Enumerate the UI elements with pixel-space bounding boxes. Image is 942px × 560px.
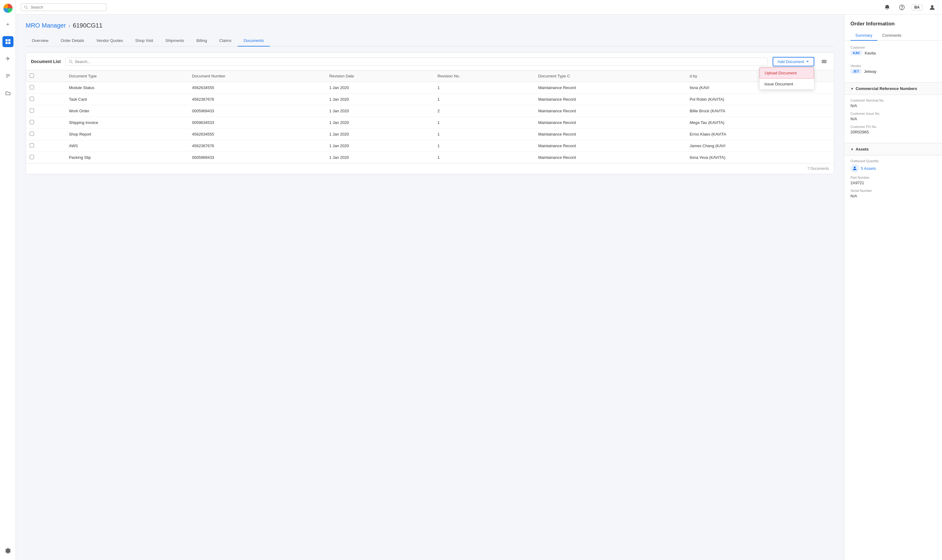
svg-rect-15 — [822, 61, 826, 62]
add-document-button[interactable]: Add Document — [772, 57, 814, 66]
commercial-ref-title: Commercial Reference Numbers — [856, 86, 917, 91]
tab-overview[interactable]: Overview — [26, 35, 54, 46]
settings-nav-icon[interactable] — [2, 545, 14, 556]
panel-tab-comments[interactable]: Comments — [877, 31, 907, 41]
user-profile-icon[interactable] — [927, 2, 937, 12]
commercial-ref-chevron: ▼ — [850, 87, 854, 91]
tab-billing[interactable]: Billing — [190, 35, 213, 46]
row-rev-no: 1 — [434, 94, 535, 105]
customer-info: KAV Kavita — [850, 51, 936, 55]
svg-rect-2 — [6, 42, 8, 44]
add-document-btn-wrapper: Add Document Upload Document Issue Docum… — [772, 57, 814, 66]
row-checkbox[interactable] — [30, 132, 34, 136]
issue-document-option[interactable]: Issue Document — [760, 78, 814, 89]
document-search-box[interactable] — [66, 57, 768, 66]
row-rev-date: 1 Jan 2020 — [325, 94, 434, 105]
svg-rect-16 — [822, 62, 826, 63]
grid-view-button[interactable] — [819, 57, 829, 66]
search-input[interactable] — [31, 5, 103, 9]
search-icon — [24, 5, 28, 9]
user-initials: BA — [914, 5, 920, 9]
row-rev-date: 1 Jan 2020 — [325, 152, 434, 163]
row-doc-number: 4562367676 — [188, 140, 325, 152]
row-by: James Chang (KAVI — [686, 140, 834, 152]
row-doc-number: 0005969433 — [188, 152, 325, 163]
row-checkbox[interactable] — [30, 120, 34, 124]
doc-search-icon — [69, 60, 73, 64]
row-doc-type-c: Maintainance Record — [534, 94, 686, 105]
commercial-ref-content: Customer Nominal No. N/A Customer Issue … — [844, 98, 942, 143]
table-row: Packing Slip 0005969433 1 Jan 2020 1 Mai… — [26, 152, 834, 163]
tab-shop-visit[interactable]: Shop Visit — [129, 35, 159, 46]
upload-document-option[interactable]: Upload Document — [760, 67, 814, 78]
serial-number-value: N/A — [850, 194, 936, 198]
select-all-checkbox[interactable] — [30, 74, 34, 78]
document-list-container: Document List Add Document — [26, 52, 834, 174]
row-doc-type: Shop Report — [65, 129, 188, 140]
panel-tab-summary[interactable]: Summary — [850, 31, 877, 41]
vendor-section: Vendor JET Jetway — [844, 64, 942, 82]
row-checkbox[interactable] — [30, 97, 34, 101]
dashboard-nav-icon[interactable] — [2, 36, 14, 47]
help-icon[interactable] — [897, 2, 907, 12]
row-doc-number: 0005969433 — [188, 105, 325, 117]
user-avatar-badge[interactable]: BA — [912, 4, 922, 11]
flights-nav-icon[interactable]: ✈ — [2, 53, 14, 64]
doc-search-input[interactable] — [75, 59, 765, 64]
document-count: 7 Documents — [26, 163, 834, 174]
row-doc-type: Shipping Invoice — [65, 117, 188, 129]
vendor-badge: JET — [850, 69, 862, 74]
row-doc-number: 4562634555 — [188, 82, 325, 94]
col-revision-date: Revision Date — [325, 71, 434, 82]
add-nav-icon[interactable]: + — [2, 19, 14, 30]
col-revision-no: Revision No. — [434, 71, 535, 82]
row-checkbox[interactable] — [30, 155, 34, 159]
table-row: Module Status 4562634555 1 Jan 2020 1 Ma… — [26, 82, 834, 94]
notification-icon[interactable] — [882, 2, 892, 12]
customer-po-label: Customer PO No. — [850, 125, 936, 129]
part-number-label: Part Number — [850, 175, 936, 179]
assets-link[interactable]: 5 Assets — [850, 164, 936, 172]
serial-number-label: Serial Number — [850, 189, 936, 192]
svg-rect-14 — [822, 60, 826, 61]
table-row: Work Order 0005969433 1 Jan 2020 2 Maint… — [26, 105, 834, 117]
tools-nav-icon[interactable] — [2, 71, 14, 82]
breadcrumb-parent[interactable]: MRO Manager — [26, 22, 66, 29]
app-logo — [3, 4, 12, 13]
row-rev-no: 1 — [434, 117, 535, 129]
tab-documents[interactable]: Documents — [237, 35, 270, 46]
vendor-name: Jetway — [864, 69, 876, 74]
top-bar: BA — [16, 0, 942, 15]
row-checkbox[interactable] — [30, 143, 34, 148]
svg-point-11 — [931, 5, 933, 8]
tab-shipments[interactable]: Shipments — [159, 35, 190, 46]
row-doc-type-c: Maintainance Record — [534, 117, 686, 129]
svg-point-17 — [854, 166, 856, 168]
row-doc-type-c: Maintainance Record — [534, 129, 686, 140]
row-doc-type-c: Maintainance Record — [534, 152, 686, 163]
customer-label: Customer — [850, 46, 936, 49]
row-rev-date: 1 Jan 2020 — [325, 105, 434, 117]
row-doc-type: AWS — [65, 140, 188, 152]
part-number-value: 2A9721 — [850, 180, 936, 185]
assets-section-header[interactable]: ▼ Assets — [844, 143, 942, 155]
dropdown-arrow-icon — [806, 60, 809, 63]
col-document-number: Document Number — [188, 71, 325, 82]
row-rev-no: 1 — [434, 129, 535, 140]
table-row: AWS 4562367676 1 Jan 2020 1 Maintainance… — [26, 140, 834, 152]
panel-tabs: Summary Comments — [844, 31, 942, 41]
col-document-type: Document Type — [65, 71, 188, 82]
row-doc-type: Packing Slip — [65, 152, 188, 163]
commercial-ref-section-header[interactable]: ▼ Commercial Reference Numbers — [844, 82, 942, 95]
row-rev-no: 1 — [434, 140, 535, 152]
tab-vendor-quotes[interactable]: Vendor Quotes — [90, 35, 129, 46]
folder-nav-icon[interactable] — [2, 88, 14, 98]
svg-point-10 — [902, 9, 902, 9]
global-search-box[interactable] — [21, 3, 106, 11]
tab-claims[interactable]: Claims — [213, 35, 237, 46]
row-doc-type: Task Card — [65, 94, 188, 105]
row-checkbox[interactable] — [30, 85, 34, 89]
vendor-label: Vendor — [850, 64, 936, 68]
tab-order-details[interactable]: Order Details — [54, 35, 90, 46]
row-checkbox[interactable] — [30, 108, 34, 112]
